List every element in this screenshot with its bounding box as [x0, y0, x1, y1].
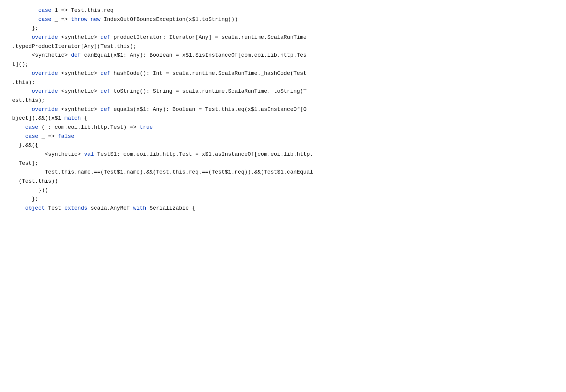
- code-block: case 1 => Test.this.req case _ => throw …: [12, 6, 554, 213]
- code-container: case 1 => Test.this.req case _ => throw …: [0, 0, 566, 392]
